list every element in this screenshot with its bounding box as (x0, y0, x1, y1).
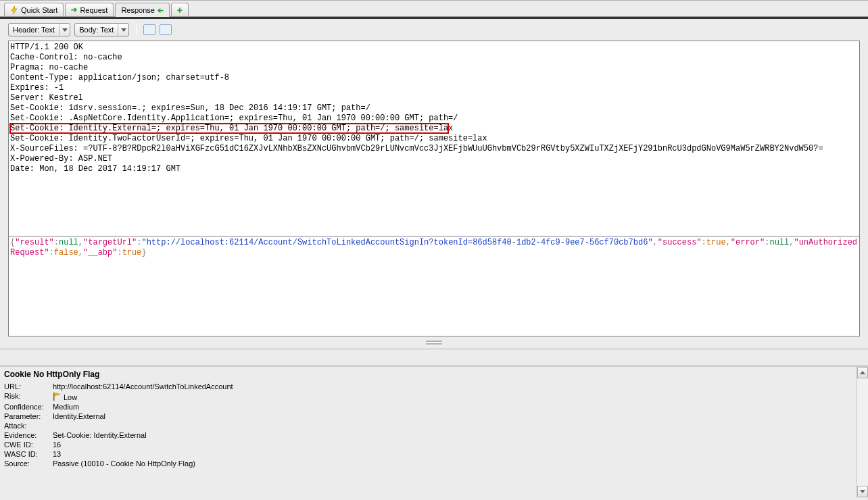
arrow-left-icon: ➔ (158, 7, 164, 14)
alert-title: Cookie No HttpOnly Flag (4, 370, 852, 379)
tab-response-label: Response (121, 6, 155, 14)
alert-attack-label: Attack: (4, 421, 53, 430)
highlight-box (9, 123, 449, 134)
body-mode-dropdown[interactable]: Body: Text (74, 23, 129, 36)
split-bar[interactable] (0, 349, 868, 366)
svg-marker-0 (11, 6, 17, 14)
table-row: Source: Passive (10010 - Cookie No HttpO… (4, 459, 236, 468)
scroll-down-button[interactable] (857, 486, 868, 497)
table-row: WASC ID: 13 (4, 449, 236, 459)
alert-confidence-value: Medium (53, 402, 236, 411)
scroll-track[interactable] (857, 378, 868, 486)
alert-parameter-value: Identity.External (53, 411, 236, 421)
table-row: Attack: (4, 421, 236, 430)
toolbar-separator (136, 23, 137, 36)
alert-source-label: Source: (4, 459, 53, 468)
table-row: CWE ID: 16 (4, 440, 236, 449)
flag-icon (53, 393, 61, 401)
tab-bar: Quick Start ➔ Request Response ➔ + (0, 1, 868, 17)
body-mode-label: Body: Text (75, 26, 118, 34)
header-mode-dropdown[interactable]: Header: Text (8, 23, 70, 36)
alert-wasc-value: 13 (53, 449, 236, 459)
tab-add[interactable]: + (171, 3, 189, 16)
plus-icon: + (177, 5, 183, 15)
arrow-right-icon: ➔ (71, 6, 77, 14)
chevron-down-icon (59, 24, 70, 36)
response-body-text[interactable]: {"result":null,"targetUrl":"http://local… (8, 236, 860, 336)
alert-parameter-label: Parameter: (4, 411, 53, 421)
alert-scrollbar[interactable] (857, 367, 868, 497)
svg-marker-2 (55, 393, 61, 396)
chevron-up-icon (860, 371, 865, 374)
alert-evidence-label: Evidence: (4, 430, 53, 440)
alert-url-value: http://localhost:62114/Account/SwitchToL… (53, 382, 236, 391)
lightning-icon (10, 6, 18, 14)
alert-risk-value: Low (53, 391, 236, 402)
alert-url-label: URL: (4, 382, 53, 391)
alert-properties-table: URL: http://localhost:62114/Account/Swit… (4, 382, 236, 468)
tab-response[interactable]: Response ➔ (115, 3, 170, 17)
tab-quick-start-label: Quick Start (21, 6, 57, 14)
alert-detail-panel: Cookie No HttpOnly Flag URL: http://loca… (0, 366, 868, 497)
chevron-down-icon (860, 490, 865, 493)
table-row: Parameter: Identity.External (4, 411, 236, 421)
alert-cwe-label: CWE ID: (4, 440, 53, 449)
alert-evidence-value: Set-Cookie: Identity.External (53, 430, 236, 440)
scroll-up-button[interactable] (857, 367, 868, 378)
header-mode-label: Header: Text (9, 26, 59, 34)
table-row: Confidence: Medium (4, 402, 236, 411)
table-row: URL: http://localhost:62114/Account/Swit… (4, 382, 236, 391)
response-toolbar: Header: Text Body: Text (0, 19, 868, 41)
alert-attack-value (53, 421, 236, 430)
response-header-text[interactable]: HTTP/1.1 200 OK Cache-Control: no-cache … (8, 41, 860, 236)
layout-combined-button[interactable] (143, 24, 155, 35)
layout-split-button[interactable] (160, 24, 172, 35)
alert-source-value: Passive (10010 - Cookie No HttpOnly Flag… (53, 459, 236, 468)
alert-confidence-label: Confidence: (4, 402, 53, 411)
table-row: Evidence: Set-Cookie: Identity.External (4, 430, 236, 440)
alert-risk-label: Risk: (4, 391, 53, 402)
tab-request[interactable]: ➔ Request (65, 3, 114, 16)
horizontal-resize-handle[interactable] (426, 341, 442, 345)
chevron-down-icon (118, 24, 128, 36)
alert-cwe-value: 16 (53, 440, 236, 449)
alert-wasc-label: WASC ID: (4, 449, 53, 459)
tab-quick-start[interactable]: Quick Start (4, 3, 64, 16)
table-row: Risk: Low (4, 391, 236, 402)
tab-request-label: Request (80, 6, 107, 14)
